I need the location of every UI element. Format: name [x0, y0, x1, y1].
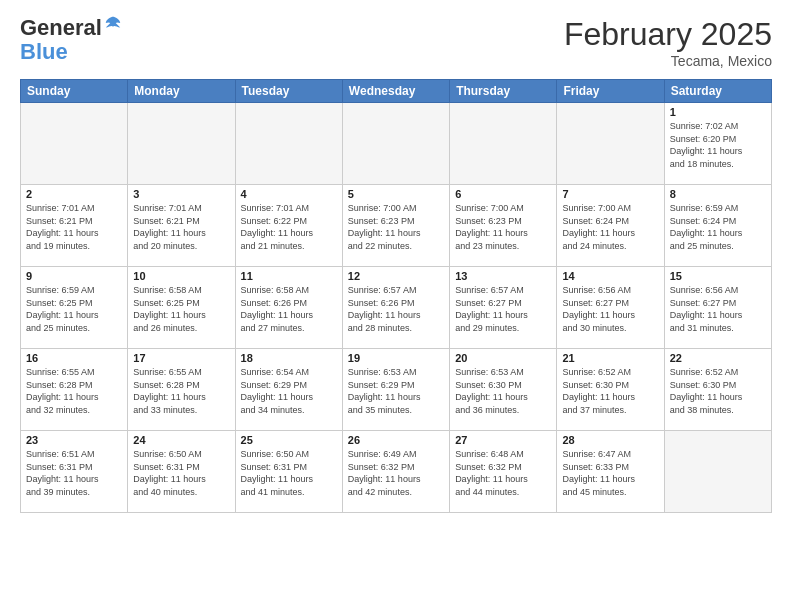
- day-info: Sunrise: 6:59 AM Sunset: 6:24 PM Dayligh…: [670, 202, 766, 252]
- day-info: Sunrise: 6:49 AM Sunset: 6:32 PM Dayligh…: [348, 448, 444, 498]
- calendar-cell: [21, 103, 128, 185]
- calendar-cell: 1Sunrise: 7:02 AM Sunset: 6:20 PM Daylig…: [664, 103, 771, 185]
- calendar-cell: [557, 103, 664, 185]
- day-number: 21: [562, 352, 658, 364]
- calendar-cell: 24Sunrise: 6:50 AM Sunset: 6:31 PM Dayli…: [128, 431, 235, 513]
- day-number: 2: [26, 188, 122, 200]
- day-info: Sunrise: 6:53 AM Sunset: 6:30 PM Dayligh…: [455, 366, 551, 416]
- calendar-cell: 12Sunrise: 6:57 AM Sunset: 6:26 PM Dayli…: [342, 267, 449, 349]
- logo-bird-icon: [104, 15, 122, 33]
- day-info: Sunrise: 7:01 AM Sunset: 6:22 PM Dayligh…: [241, 202, 337, 252]
- calendar-cell: [128, 103, 235, 185]
- day-number: 28: [562, 434, 658, 446]
- day-number: 26: [348, 434, 444, 446]
- day-number: 20: [455, 352, 551, 364]
- calendar-cell: 13Sunrise: 6:57 AM Sunset: 6:27 PM Dayli…: [450, 267, 557, 349]
- day-info: Sunrise: 6:56 AM Sunset: 6:27 PM Dayligh…: [670, 284, 766, 334]
- day-number: 27: [455, 434, 551, 446]
- calendar-cell: 5Sunrise: 7:00 AM Sunset: 6:23 PM Daylig…: [342, 185, 449, 267]
- calendar-cell: 2Sunrise: 7:01 AM Sunset: 6:21 PM Daylig…: [21, 185, 128, 267]
- day-number: 13: [455, 270, 551, 282]
- calendar-table: Sunday Monday Tuesday Wednesday Thursday…: [20, 79, 772, 513]
- day-number: 1: [670, 106, 766, 118]
- day-info: Sunrise: 6:55 AM Sunset: 6:28 PM Dayligh…: [133, 366, 229, 416]
- day-number: 18: [241, 352, 337, 364]
- logo-blue: Blue: [20, 39, 68, 64]
- calendar-cell: 28Sunrise: 6:47 AM Sunset: 6:33 PM Dayli…: [557, 431, 664, 513]
- day-number: 12: [348, 270, 444, 282]
- calendar-cell: 25Sunrise: 6:50 AM Sunset: 6:31 PM Dayli…: [235, 431, 342, 513]
- day-number: 7: [562, 188, 658, 200]
- calendar-week-2: 2Sunrise: 7:01 AM Sunset: 6:21 PM Daylig…: [21, 185, 772, 267]
- day-number: 15: [670, 270, 766, 282]
- calendar-cell: 10Sunrise: 6:58 AM Sunset: 6:25 PM Dayli…: [128, 267, 235, 349]
- day-info: Sunrise: 7:00 AM Sunset: 6:23 PM Dayligh…: [455, 202, 551, 252]
- logo-general: General: [20, 16, 102, 40]
- title-block: February 2025 Tecama, Mexico: [564, 16, 772, 69]
- calendar-week-1: 1Sunrise: 7:02 AM Sunset: 6:20 PM Daylig…: [21, 103, 772, 185]
- day-info: Sunrise: 6:58 AM Sunset: 6:25 PM Dayligh…: [133, 284, 229, 334]
- day-info: Sunrise: 7:01 AM Sunset: 6:21 PM Dayligh…: [133, 202, 229, 252]
- calendar-week-5: 23Sunrise: 6:51 AM Sunset: 6:31 PM Dayli…: [21, 431, 772, 513]
- day-number: 8: [670, 188, 766, 200]
- col-tuesday: Tuesday: [235, 80, 342, 103]
- day-number: 23: [26, 434, 122, 446]
- col-monday: Monday: [128, 80, 235, 103]
- calendar-cell: [664, 431, 771, 513]
- day-number: 19: [348, 352, 444, 364]
- calendar-week-4: 16Sunrise: 6:55 AM Sunset: 6:28 PM Dayli…: [21, 349, 772, 431]
- page: General Blue February 2025 Tecama, Mexic…: [0, 0, 792, 612]
- day-number: 10: [133, 270, 229, 282]
- calendar-cell: 11Sunrise: 6:58 AM Sunset: 6:26 PM Dayli…: [235, 267, 342, 349]
- day-number: 5: [348, 188, 444, 200]
- day-info: Sunrise: 6:56 AM Sunset: 6:27 PM Dayligh…: [562, 284, 658, 334]
- day-info: Sunrise: 7:00 AM Sunset: 6:24 PM Dayligh…: [562, 202, 658, 252]
- day-info: Sunrise: 6:48 AM Sunset: 6:32 PM Dayligh…: [455, 448, 551, 498]
- calendar-cell: 20Sunrise: 6:53 AM Sunset: 6:30 PM Dayli…: [450, 349, 557, 431]
- calendar-cell: 26Sunrise: 6:49 AM Sunset: 6:32 PM Dayli…: [342, 431, 449, 513]
- day-number: 9: [26, 270, 122, 282]
- calendar-cell: 8Sunrise: 6:59 AM Sunset: 6:24 PM Daylig…: [664, 185, 771, 267]
- day-number: 16: [26, 352, 122, 364]
- day-number: 25: [241, 434, 337, 446]
- day-info: Sunrise: 6:50 AM Sunset: 6:31 PM Dayligh…: [133, 448, 229, 498]
- day-info: Sunrise: 6:55 AM Sunset: 6:28 PM Dayligh…: [26, 366, 122, 416]
- month-title: February 2025: [564, 16, 772, 53]
- day-number: 24: [133, 434, 229, 446]
- day-info: Sunrise: 6:52 AM Sunset: 6:30 PM Dayligh…: [670, 366, 766, 416]
- day-info: Sunrise: 7:00 AM Sunset: 6:23 PM Dayligh…: [348, 202, 444, 252]
- day-number: 14: [562, 270, 658, 282]
- day-number: 3: [133, 188, 229, 200]
- calendar-cell: 15Sunrise: 6:56 AM Sunset: 6:27 PM Dayli…: [664, 267, 771, 349]
- day-info: Sunrise: 6:58 AM Sunset: 6:26 PM Dayligh…: [241, 284, 337, 334]
- calendar-cell: [450, 103, 557, 185]
- day-number: 11: [241, 270, 337, 282]
- calendar-cell: 6Sunrise: 7:00 AM Sunset: 6:23 PM Daylig…: [450, 185, 557, 267]
- day-info: Sunrise: 6:57 AM Sunset: 6:27 PM Dayligh…: [455, 284, 551, 334]
- day-info: Sunrise: 7:02 AM Sunset: 6:20 PM Dayligh…: [670, 120, 766, 170]
- calendar-cell: 18Sunrise: 6:54 AM Sunset: 6:29 PM Dayli…: [235, 349, 342, 431]
- day-info: Sunrise: 6:54 AM Sunset: 6:29 PM Dayligh…: [241, 366, 337, 416]
- col-saturday: Saturday: [664, 80, 771, 103]
- day-number: 4: [241, 188, 337, 200]
- calendar-cell: 4Sunrise: 7:01 AM Sunset: 6:22 PM Daylig…: [235, 185, 342, 267]
- header: General Blue February 2025 Tecama, Mexic…: [20, 16, 772, 69]
- calendar-cell: 23Sunrise: 6:51 AM Sunset: 6:31 PM Dayli…: [21, 431, 128, 513]
- col-friday: Friday: [557, 80, 664, 103]
- calendar-cell: 22Sunrise: 6:52 AM Sunset: 6:30 PM Dayli…: [664, 349, 771, 431]
- calendar-cell: 3Sunrise: 7:01 AM Sunset: 6:21 PM Daylig…: [128, 185, 235, 267]
- day-info: Sunrise: 6:51 AM Sunset: 6:31 PM Dayligh…: [26, 448, 122, 498]
- calendar-cell: 17Sunrise: 6:55 AM Sunset: 6:28 PM Dayli…: [128, 349, 235, 431]
- calendar-cell: [235, 103, 342, 185]
- calendar-cell: 19Sunrise: 6:53 AM Sunset: 6:29 PM Dayli…: [342, 349, 449, 431]
- day-number: 17: [133, 352, 229, 364]
- location: Tecama, Mexico: [564, 53, 772, 69]
- day-info: Sunrise: 6:52 AM Sunset: 6:30 PM Dayligh…: [562, 366, 658, 416]
- day-info: Sunrise: 6:47 AM Sunset: 6:33 PM Dayligh…: [562, 448, 658, 498]
- calendar-cell: 16Sunrise: 6:55 AM Sunset: 6:28 PM Dayli…: [21, 349, 128, 431]
- calendar-header-row: Sunday Monday Tuesday Wednesday Thursday…: [21, 80, 772, 103]
- calendar-cell: 21Sunrise: 6:52 AM Sunset: 6:30 PM Dayli…: [557, 349, 664, 431]
- day-info: Sunrise: 6:53 AM Sunset: 6:29 PM Dayligh…: [348, 366, 444, 416]
- day-info: Sunrise: 6:57 AM Sunset: 6:26 PM Dayligh…: [348, 284, 444, 334]
- calendar-week-3: 9Sunrise: 6:59 AM Sunset: 6:25 PM Daylig…: [21, 267, 772, 349]
